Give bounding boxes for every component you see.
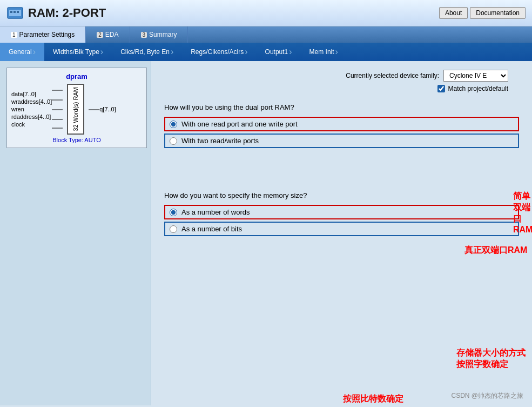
svg-rect-3 (14, 11, 16, 13)
title-bar: RAM: 2-PORT About Documentation (0, 0, 532, 26)
radio-label-two-readwrite: With two read/write ports (181, 137, 259, 145)
radio-one-read-write[interactable] (170, 121, 177, 128)
tab-number-2: 2 (97, 32, 103, 38)
tab-number-1: 1 (11, 32, 17, 38)
port-q: q[7..0] (99, 106, 116, 112)
nav-output1[interactable]: Output1 › (257, 43, 301, 61)
section2-wrapper: How do you want to specify the memory si… (164, 191, 519, 236)
radio-label-one-read-write: With one read port and one write port (181, 120, 298, 128)
tab-parameter-settings[interactable]: 1 Parameter Settings (0, 26, 86, 43)
section2-question: How do you want to specify the memory si… (164, 191, 519, 199)
nav-meminit[interactable]: Mem Init › (301, 43, 347, 61)
connection-lines-right (89, 85, 99, 134)
port-wren: wren (11, 106, 52, 112)
radio-label-words: As a number of words (181, 208, 250, 216)
nav-label-regs: Regs/Clkens/Aclrs (191, 48, 244, 56)
tab-bar: 1 Parameter Settings 2 EDA 3 Summary (0, 26, 532, 43)
nav-bar: General › Widths/Blk Type › Clks/Rd, Byt… (0, 43, 532, 61)
nav-chevron-4: › (245, 47, 247, 57)
title-buttons: About Documentation (439, 7, 526, 19)
tab-label-1: Parameter Settings (19, 31, 75, 38)
ports-right: q[7..0] (99, 106, 116, 112)
section1-question: How will you be using the dual port RAM? (164, 103, 519, 111)
match-label: Match project/default (448, 85, 508, 92)
ram-block: 32 Word(s) RAM (67, 84, 84, 135)
radio-option-bits[interactable]: As a number of bits (164, 222, 519, 236)
radio-option-two-readwrite[interactable]: With two read/write ports (164, 134, 519, 148)
svg-rect-4 (17, 11, 19, 13)
annotation-true-dual-port: 真正双端口RAM (464, 245, 527, 256)
block-type-label: Block Type: AUTO (11, 137, 142, 143)
radio-option-one-read-write[interactable]: With one read port and one write port (164, 117, 519, 131)
nav-chevron-1: › (33, 47, 36, 57)
nav-label-output1: Output1 (265, 48, 288, 56)
block-diagram-title: dpram (11, 72, 142, 81)
nav-general[interactable]: General › (0, 43, 44, 61)
radio-two-readwrite[interactable] (170, 137, 177, 145)
nav-label-general: General (9, 48, 32, 56)
nav-clks[interactable]: Clks/Rd, Byte En › (112, 43, 182, 61)
annotation-simple-dual-port: 简单双端口RAM (513, 191, 532, 235)
nav-chevron-6: › (335, 47, 338, 57)
device-family-select[interactable]: Cyclone IV E Cyclone V Arria II (443, 70, 508, 82)
match-checkbox[interactable] (437, 85, 445, 92)
port-rdaddress: rdaddress[4..0] (11, 114, 52, 120)
ports-left: data[7..0] wraddress[4..0] wren rdaddres… (11, 91, 52, 128)
tab-eda[interactable]: 2 EDA (86, 26, 130, 43)
left-panel: dpram data[7..0] wraddress[4..0] wren rd… (0, 61, 151, 405)
radio-option-words[interactable]: As a number of words (164, 205, 519, 219)
block-inner: data[7..0] wraddress[4..0] wren rdaddres… (11, 84, 142, 135)
right-panel: Currently selected device family: Cyclon… (151, 61, 532, 405)
device-family-label: Currently selected device family: (346, 72, 439, 79)
nav-label-meminit: Mem Init (309, 48, 334, 56)
block-diagram: dpram data[7..0] wraddress[4..0] wren rd… (6, 68, 147, 148)
port-wraddress: wraddress[4..0] (11, 98, 52, 105)
page-title: RAM: 2-PORT (28, 6, 106, 20)
tab-label-3: Summary (149, 31, 177, 38)
annotation-bits: 按照比特数确定 (343, 393, 403, 405)
radio-group-2: As a number of words As a number of bits (164, 205, 519, 236)
nav-chevron-2: › (100, 47, 103, 57)
about-button[interactable]: About (439, 7, 468, 19)
port-clock: clock (11, 121, 52, 128)
watermark: CSDN @帅杰的芯路之旅 (451, 391, 523, 401)
match-row: Match project/default (164, 85, 519, 92)
nav-chevron-3: › (171, 47, 173, 57)
tab-summary[interactable]: 3 Summary (130, 26, 188, 43)
port-data: data[7..0] (11, 91, 52, 97)
nav-label-widths: Widths/Blk Type (53, 48, 99, 56)
nav-widths[interactable]: Widths/Blk Type › (44, 43, 112, 61)
radio-label-bits: As a number of bits (181, 225, 242, 233)
device-family-row: Currently selected device family: Cyclon… (164, 70, 519, 82)
radio-group-1: With one read port and one write port Wi… (164, 117, 519, 148)
tab-number-3: 3 (141, 32, 147, 38)
radio-bits[interactable] (170, 225, 177, 233)
tab-label-2: EDA (105, 31, 119, 38)
connection-lines-left (52, 85, 63, 134)
main-content: dpram data[7..0] wraddress[4..0] wren rd… (0, 61, 532, 405)
svg-rect-2 (10, 11, 12, 13)
nav-label-clks: Clks/Rd, Byte En (120, 48, 170, 56)
documentation-button[interactable]: Documentation (470, 7, 526, 19)
title-left: RAM: 2-PORT (6, 4, 106, 22)
ram-icon (6, 4, 24, 22)
radio-words[interactable] (170, 209, 177, 216)
nav-regs[interactable]: Regs/Clkens/Aclrs › (182, 43, 256, 61)
annotation-words: 存储器大小的方式按照字数确定 (456, 348, 532, 370)
nav-chevron-5: › (289, 47, 292, 57)
ram-label: 32 Word(s) RAM (72, 87, 79, 131)
